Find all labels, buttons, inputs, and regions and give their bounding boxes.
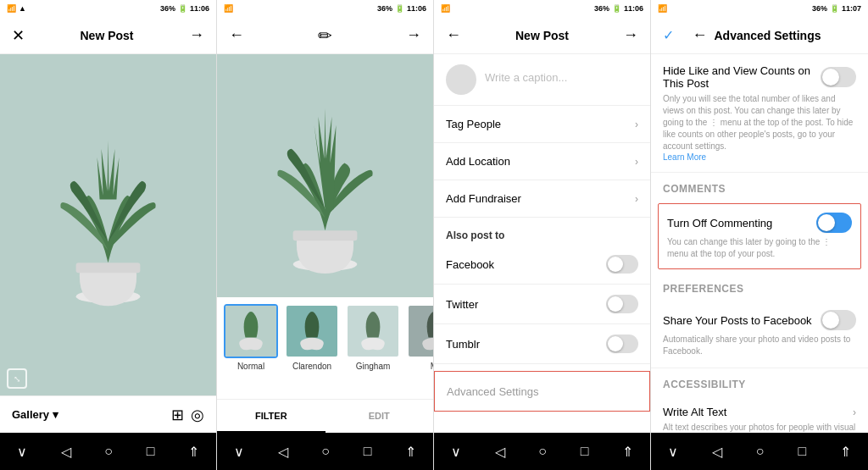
bottom-recent-icon-4[interactable]: □ [798, 444, 806, 459]
bottom-down-icon-3[interactable]: ∨ [451, 444, 461, 460]
plant-image-1 [0, 54, 216, 395]
next-icon-3[interactable]: → [623, 26, 638, 44]
twitter-toggle[interactable] [606, 295, 638, 313]
status-left-2: 📶 [224, 4, 233, 13]
hide-like-counts-desc: Only you will see the total number of li… [663, 93, 856, 152]
tab-edit[interactable]: EDIT [326, 400, 434, 433]
close-icon[interactable]: ✕ [12, 26, 25, 45]
filter-clarendon[interactable]: Clarendon [285, 304, 339, 371]
add-location-label: Add Location [446, 155, 510, 168]
filter-strip: Normal Clarendon [217, 297, 433, 399]
bottom-nav-3: ∨ ◁ ○ □ ⇑ [434, 433, 650, 470]
share-facebook-header: Share Your Posts to Facebook [663, 310, 856, 330]
photo-area-1: ⤡ [0, 54, 216, 395]
tumblr-label: Tumblr [446, 338, 480, 351]
bottom-back-icon-4[interactable]: ◁ [712, 444, 722, 460]
bottom-menu-icon[interactable]: ⇑ [188, 444, 199, 460]
bottom-down-icon[interactable]: ∨ [17, 444, 27, 460]
back-icon-3[interactable]: ← [446, 26, 461, 44]
checkmark-icon[interactable]: ✓ [663, 27, 674, 43]
bottom-menu-icon-3[interactable]: ⇑ [622, 444, 633, 460]
back-icon-2[interactable]: ← [229, 26, 244, 44]
status-left-3: 📶 [441, 4, 450, 13]
bottom-down-icon-2[interactable]: ∨ [234, 444, 244, 460]
bottom-home-icon-4[interactable]: ○ [756, 444, 765, 459]
time-1: 11:06 [190, 4, 209, 13]
edit-icon[interactable]: ✏ [318, 25, 332, 46]
bottom-down-icon-4[interactable]: ∨ [668, 444, 678, 460]
time-3: 11:06 [624, 4, 643, 13]
filter-gingham[interactable]: Gingham [346, 304, 400, 371]
status-bar-3: 📶 36% 🔋 11:06 [434, 0, 650, 17]
write-alt-text-header: Write Alt Text › [663, 406, 856, 418]
gallery-label[interactable]: Gallery ▾ [12, 408, 58, 421]
bottom-back-icon-2[interactable]: ◁ [278, 444, 288, 460]
time-2: 11:06 [407, 4, 426, 13]
turn-off-commenting-knob [818, 214, 835, 231]
bottom-home-icon[interactable]: ○ [104, 444, 113, 459]
battery-icon-3: 🔋 [612, 4, 621, 13]
add-fundraiser-row[interactable]: Add Fundraiser › [434, 180, 650, 218]
multi-icon[interactable]: ◎ [191, 406, 204, 424]
bottom-menu-icon-2[interactable]: ⇑ [405, 444, 416, 460]
filter-normal[interactable]: Normal [224, 304, 278, 371]
filter-thumb-clarendon [285, 304, 339, 358]
gallery-action-icons: ⊞ ◎ [171, 406, 204, 424]
hide-like-counts-header: Hide Like and View Counts on This Post [663, 64, 856, 90]
battery-pct-1: 36% [160, 4, 175, 13]
also-post-to-row: Also post to [434, 218, 650, 245]
facebook-toggle[interactable] [606, 255, 638, 274]
bottom-recent-icon-3[interactable]: □ [581, 444, 589, 459]
camera-icon[interactable]: ⊞ [171, 406, 184, 424]
svg-rect-2 [76, 263, 141, 273]
bottom-back-icon[interactable]: ◁ [61, 444, 71, 460]
share-facebook-knob [822, 312, 839, 329]
tag-people-row[interactable]: Tag People › [434, 106, 650, 143]
gallery-bar: Gallery ▾ ⊞ ◎ [0, 395, 216, 433]
twitter-label: Twitter [446, 298, 478, 311]
bottom-recent-icon-2[interactable]: □ [364, 444, 372, 459]
hide-like-counts-title: Hide Like and View Counts on This Post [663, 64, 821, 90]
wifi-icon: ▲ [19, 4, 26, 13]
tab-filter[interactable]: FILTER [217, 400, 326, 433]
twitter-toggle-knob [608, 296, 623, 312]
filter-thumb-gingham [346, 304, 400, 358]
bottom-nav-4: ∨ ◁ ○ □ ⇑ [651, 433, 868, 470]
next-icon-2[interactable]: → [406, 26, 421, 44]
bottom-home-icon-3[interactable]: ○ [538, 444, 547, 459]
filter-preview [217, 54, 433, 297]
bottom-home-icon-2[interactable]: ○ [321, 444, 330, 459]
write-alt-text-row[interactable]: Write Alt Text › Alt text describes your… [651, 395, 868, 433]
gallery-text: Gallery [12, 408, 49, 421]
share-facebook-title: Share Your Posts to Facebook [663, 314, 812, 327]
caption-input[interactable]: Write a caption... [485, 64, 638, 84]
next-icon-1[interactable]: → [189, 26, 204, 44]
bottom-back-icon-3[interactable]: ◁ [495, 444, 505, 460]
bottom-recent-icon[interactable]: □ [147, 444, 155, 459]
share-facebook-row: Share Your Posts to Facebook Automatical… [651, 300, 868, 368]
filter-area: Normal Clarendon [217, 54, 433, 433]
tumblr-toggle[interactable] [606, 335, 638, 353]
status-right-2: 36% 🔋 11:06 [377, 4, 426, 13]
add-location-row[interactable]: Add Location › [434, 143, 650, 180]
filter-m[interactable]: M [407, 304, 433, 371]
filter-name-normal: Normal [237, 362, 264, 371]
filter-name-gingham: Gingham [356, 362, 391, 371]
back-icon-4[interactable]: ← [692, 26, 707, 44]
bottom-menu-icon-4[interactable]: ⇑ [840, 444, 851, 460]
signal-icon-2: 📶 [224, 4, 233, 13]
expand-icon[interactable]: ⤡ [7, 368, 27, 389]
hide-like-toggle[interactable] [821, 67, 856, 87]
advanced-settings-row[interactable]: Advanced Settings [434, 371, 650, 412]
twitter-row: Twitter [434, 285, 650, 324]
filter-name-m: M [431, 362, 433, 371]
tumblr-toggle-knob [608, 336, 623, 351]
top-nav-3: ← New Post → [434, 17, 650, 54]
facebook-row: Facebook [434, 245, 650, 285]
share-facebook-toggle[interactable] [821, 310, 856, 330]
advanced-settings-label: Advanced Settings [447, 385, 538, 398]
turn-off-commenting-toggle[interactable] [816, 213, 852, 233]
add-location-chevron-icon: › [635, 156, 638, 168]
filter-tab-bar: FILTER EDIT [217, 399, 433, 433]
learn-more-link[interactable]: Learn More [663, 152, 856, 162]
